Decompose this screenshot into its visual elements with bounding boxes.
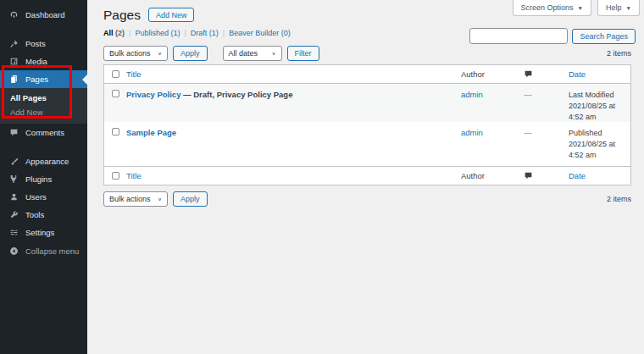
all-dates-value: All dates [229, 49, 258, 58]
paintbrush-icon [8, 157, 19, 167]
row-checkbox[interactable] [112, 90, 119, 97]
select-chevron-icon: ∨ [158, 51, 162, 56]
collapse-menu-button[interactable]: Collapse menu [0, 242, 87, 260]
screen-options-button[interactable]: Screen Options ▼ [513, 0, 591, 16]
wrench-icon [8, 210, 19, 220]
select-all-checkbox[interactable] [112, 70, 119, 78]
column-date-label: Date [569, 171, 586, 180]
media-icon [8, 57, 19, 67]
row-author-cell: admin [461, 128, 520, 137]
column-footer-comments[interactable] [520, 171, 569, 180]
dashboard-icon [8, 10, 19, 20]
view-separator: | [223, 29, 225, 37]
date-status: Last Modified [569, 90, 622, 101]
submenu-item-all-pages[interactable]: All Pages [0, 91, 87, 105]
date-status: Published [569, 128, 622, 139]
column-header-title[interactable]: Title [126, 69, 461, 79]
sidebar-item-posts[interactable]: Posts [0, 35, 87, 53]
row-date-cell: Published 2021/08/25 at 4:52 am [569, 128, 630, 161]
post-state-label: — Draft, Privacy Policy Page [183, 90, 292, 99]
caret-down-icon: ▼ [578, 5, 583, 11]
bulk-actions-select-bottom[interactable]: Bulk actions ∨ [103, 191, 168, 207]
row-comments-cell: — [520, 90, 569, 99]
sidebar-item-appearance[interactable]: Appearance [0, 152, 87, 170]
filter-button[interactable]: Filter [287, 46, 319, 61]
view-published-link[interactable]: Published (1) [135, 29, 180, 37]
add-new-button[interactable]: Add New [148, 8, 195, 22]
sidebar-item-settings[interactable]: Settings [0, 224, 87, 241]
table-row: Sample Page admin — Published 2021/08/25… [104, 122, 630, 166]
view-label: Beaver Builder [229, 29, 279, 37]
sidebar-item-label: Media [25, 57, 47, 66]
displaying-num: 2 items [607, 195, 631, 203]
view-separator: | [129, 29, 130, 37]
select-all-cell [104, 70, 126, 78]
column-header-comments[interactable] [520, 69, 569, 79]
sidebar-item-users[interactable]: Users [0, 188, 87, 206]
menu-separator [0, 24, 87, 35]
main-content: Screen Options ▼ Help ▼ Pages Add New Al… [87, 0, 644, 354]
table-header-row: Title Author Date [104, 65, 630, 84]
row-checkbox[interactable] [112, 128, 119, 136]
comment-bubble-icon [524, 171, 533, 180]
column-title-label: Title [126, 69, 142, 79]
column-footer-title[interactable]: Title [126, 171, 461, 180]
row-date-cell: Last Modified 2021/08/25 at 4:52 am [569, 90, 630, 123]
view-draft-link[interactable]: Draft (1) [191, 29, 219, 37]
author-link[interactable]: admin [461, 90, 483, 99]
wordpress-admin-pages-screen: Dashboard Posts Media Pages All Pages [0, 0, 644, 354]
view-label: Draft [191, 29, 208, 37]
search-pages-button[interactable]: Search Pages [572, 29, 636, 44]
select-all-checkbox[interactable] [112, 172, 119, 180]
search-box: Search Pages [469, 28, 636, 44]
row-title-cell: Privacy Policy — Draft, Privacy Policy P… [126, 90, 461, 99]
sidebar-item-pages[interactable]: Pages [0, 70, 87, 88]
plug-icon [8, 174, 19, 185]
top-tablenav: Bulk actions ∨ Apply All dates ∨ Filter … [103, 46, 631, 61]
screen-meta-links: Screen Options ▼ Help ▼ [513, 0, 640, 16]
view-count: (0) [281, 29, 291, 37]
row-select-cell [104, 128, 126, 136]
help-label: Help [606, 3, 622, 12]
pages-list-table: Title Author Date Privacy Policy [103, 64, 631, 185]
help-button[interactable]: Help ▼ [597, 0, 640, 16]
bulk-actions-value: Bulk actions [109, 195, 151, 203]
search-pages-input[interactable] [469, 28, 568, 44]
view-all-link[interactable]: All (2) [103, 29, 125, 37]
date-value: 2021/08/25 at 4:52 am [569, 139, 622, 161]
page-title: Pages [103, 8, 141, 22]
column-header-date[interactable]: Date [569, 69, 630, 79]
row-title-cell: Sample Page [126, 128, 461, 137]
sidebar-item-label: Users [25, 192, 47, 202]
sidebar-item-comments[interactable]: Comments [0, 124, 87, 141]
submenu-item-label: All Pages [10, 93, 47, 102]
row-comments-cell: — [520, 128, 569, 137]
sidebar-item-media[interactable]: Media [0, 53, 87, 70]
all-dates-select[interactable]: All dates ∨ [223, 46, 282, 61]
bulk-actions-value: Bulk actions [109, 49, 151, 58]
sidebar-item-dashboard[interactable]: Dashboard [0, 6, 87, 24]
comments-icon [8, 128, 19, 138]
apply-button-bottom[interactable]: Apply [173, 191, 208, 207]
page-title-link[interactable]: Sample Page [126, 128, 176, 137]
sidebar-item-plugins[interactable]: Plugins [0, 170, 87, 188]
view-count: (1) [170, 29, 180, 37]
table-footer-row: Title Author Date [104, 166, 630, 185]
author-link[interactable]: admin [461, 128, 483, 137]
column-header-author: Author [461, 69, 520, 79]
menu-separator [0, 141, 87, 152]
column-footer-author: Author [461, 171, 520, 180]
row-author-cell: admin [461, 90, 520, 99]
page-title-link[interactable]: Privacy Policy [126, 90, 180, 99]
apply-button[interactable]: Apply [173, 46, 208, 61]
bulk-actions-select[interactable]: Bulk actions ∨ [103, 46, 168, 61]
sidebar-item-tools[interactable]: Tools [0, 206, 87, 224]
row-select-cell [104, 90, 126, 97]
column-footer-date[interactable]: Date [569, 171, 630, 180]
submenu-item-add-new[interactable]: Add New [0, 105, 87, 119]
select-chevron-icon: ∨ [271, 51, 275, 56]
column-author-label: Author [461, 171, 485, 180]
submenu-item-label: Add New [10, 108, 43, 117]
sidebar-item-label: Settings [25, 228, 54, 237]
view-beaver-builder-link[interactable]: Beaver Builder (0) [229, 29, 291, 37]
